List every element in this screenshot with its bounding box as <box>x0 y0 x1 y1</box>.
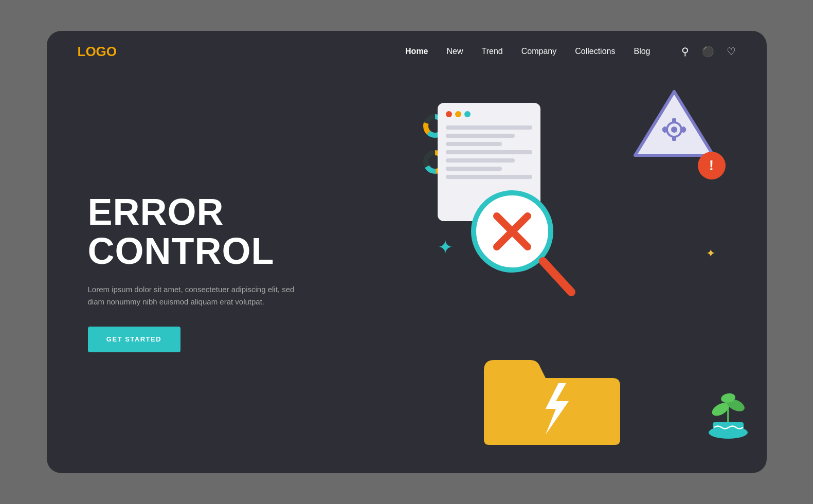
hero-subtitle: Lorem ipsum dolor sit amet, consectetuer… <box>88 283 304 308</box>
search-icon[interactable]: ⚲ <box>681 45 689 58</box>
dot-orange <box>455 111 461 117</box>
paper-line-1 <box>446 125 532 130</box>
svg-point-10 <box>671 127 677 133</box>
right-panel: ✦ ✦ ✦ ✦ <box>407 72 767 473</box>
nav-home[interactable]: Home <box>405 47 428 56</box>
svg-rect-12 <box>672 136 676 141</box>
logo: LOGO <box>78 44 117 60</box>
magnifier-container <box>463 185 576 298</box>
illustration: ✦ ✦ ✦ ✦ <box>407 72 767 473</box>
paper-line-4 <box>446 150 532 154</box>
paper-line-6 <box>446 167 502 171</box>
paper-dots <box>446 111 532 117</box>
user-icon[interactable]: ⚫ <box>701 45 714 58</box>
paper-line-3 <box>446 142 502 146</box>
navbar: LOGO Home New Trend Company Collections … <box>47 31 767 72</box>
nav-collections[interactable]: Collections <box>575 47 615 56</box>
sparkle-icon-2: ✦ <box>438 237 453 258</box>
heart-icon[interactable]: ♡ <box>727 45 736 58</box>
app-window: LOGO Home New Trend Company Collections … <box>47 31 767 473</box>
left-panel: ERROR CONTROL Lorem ipsum dolor sit amet… <box>47 72 407 473</box>
alert-circle-icon: ! <box>698 152 726 179</box>
plant-container <box>705 384 751 442</box>
folder-icon <box>479 350 623 447</box>
dot-teal <box>464 111 471 117</box>
paper-line-7 <box>446 175 532 179</box>
nav-links: Home New Trend Company Collections Blog <box>405 47 650 56</box>
svg-rect-11 <box>672 118 676 123</box>
main-content: ERROR CONTROL Lorem ipsum dolor sit amet… <box>47 72 767 473</box>
sparkle-icon-4: ✦ <box>706 247 715 260</box>
magnifier-icon <box>463 185 576 298</box>
nav-new[interactable]: New <box>447 47 463 56</box>
hero-title: ERROR CONTROL <box>88 193 376 271</box>
warning-triangle-icon <box>633 87 715 159</box>
warning-triangle-container <box>633 87 715 159</box>
plant-icon <box>705 384 751 440</box>
dot-red <box>446 111 452 117</box>
cta-button[interactable]: GET STARTED <box>88 327 180 352</box>
paper-line-2 <box>446 134 515 138</box>
nav-icons: ⚲ ⚫ ♡ <box>681 45 736 58</box>
paper-line-5 <box>446 158 515 163</box>
nav-blog[interactable]: Blog <box>634 47 650 56</box>
svg-line-22 <box>543 261 571 292</box>
nav-company[interactable]: Company <box>521 47 556 56</box>
nav-trend[interactable]: Trend <box>482 47 503 56</box>
folder-container <box>479 350 623 447</box>
